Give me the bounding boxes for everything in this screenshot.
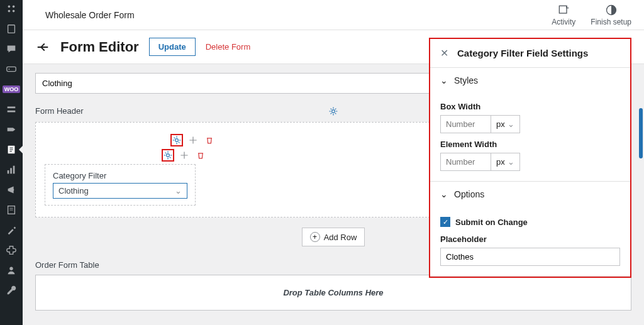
plus-circle-icon: + (310, 232, 320, 242)
svg-point-2 (8, 10, 11, 13)
chevron-down-icon: ⌄ (508, 157, 514, 167)
panel-title: Category Filter Field Settings (457, 48, 588, 58)
box-width-label: Box Width (440, 102, 620, 111)
marketing-icon[interactable] (5, 184, 18, 196)
box-width-unit-select[interactable]: px⌄ (491, 115, 520, 133)
svg-rect-4 (8, 25, 15, 33)
header-gear-icon[interactable] (328, 106, 338, 116)
svg-rect-8 (8, 111, 16, 113)
field-gear-icon[interactable] (162, 149, 174, 162)
activity-button[interactable]: Activity (552, 4, 575, 26)
page-title: Wholesale Order Form (45, 10, 552, 20)
column-gear-icon[interactable] (170, 134, 183, 146)
order-form-icon[interactable] (5, 143, 18, 156)
placeholder-input[interactable] (440, 248, 620, 266)
submit-on-change-checkbox[interactable]: ✓ (440, 217, 450, 227)
placeholder-label: Placeholder (440, 234, 620, 244)
editor-title: Form Editor (60, 39, 139, 55)
wp-admin-sidebar: WOO (0, 0, 23, 325)
users-icon[interactable] (5, 264, 18, 277)
delete-form-button[interactable]: Delete Form (206, 42, 251, 52)
chevron-down-icon: ⌄ (508, 119, 514, 129)
options-label: Options (454, 189, 484, 199)
element-width-label: Element Width (440, 140, 620, 149)
media-icon[interactable] (5, 63, 18, 75)
back-arrow-icon[interactable] (35, 40, 50, 55)
svg-point-6 (9, 69, 10, 70)
posts-icon[interactable] (5, 23, 18, 35)
pages-icon[interactable] (5, 204, 18, 216)
box-width-input[interactable] (440, 115, 491, 133)
scrollbar-handle[interactable] (639, 108, 643, 158)
svg-point-19 (175, 139, 179, 142)
products-icon[interactable] (5, 103, 18, 116)
tools-icon[interactable] (5, 284, 18, 297)
category-filter-field[interactable]: Category Filter Clothing ⌄ (45, 164, 196, 206)
svg-point-17 (332, 109, 335, 113)
field-move-icon[interactable] (178, 149, 191, 162)
comments-icon[interactable] (5, 43, 18, 55)
order-form-table-label: Order Form Table (35, 260, 99, 270)
analytics-icon[interactable] (5, 163, 18, 176)
svg-rect-10 (8, 170, 9, 174)
options-accordion[interactable]: ⌄ Options (430, 182, 630, 207)
appearance-icon[interactable] (5, 224, 18, 236)
dashboard-icon[interactable] (5, 3, 18, 15)
topbar: Wholesale Order Form Activity Finish set… (23, 0, 644, 30)
activity-label: Activity (552, 18, 575, 26)
element-width-unit-select[interactable]: px⌄ (491, 153, 520, 171)
chevron-down-icon: ⌄ (175, 186, 182, 196)
chevron-down-icon: ⌄ (440, 189, 448, 199)
table-drop-zone[interactable]: Drop Table Columns Here (35, 275, 631, 311)
field-settings-panel: ✕ Category Filter Field Settings ⌄ Style… (429, 38, 631, 278)
column-trash-icon[interactable] (203, 134, 216, 146)
svg-rect-11 (10, 168, 12, 174)
coupons-icon[interactable] (5, 123, 18, 136)
svg-point-20 (167, 154, 170, 157)
plugins-icon[interactable] (5, 244, 18, 256)
svg-rect-15 (560, 6, 567, 13)
field-label: Category Filter (53, 171, 187, 180)
svg-rect-12 (13, 166, 15, 174)
chevron-down-icon: ⌄ (440, 75, 448, 85)
svg-point-3 (13, 10, 15, 13)
svg-rect-5 (7, 67, 16, 71)
form-header-label: Form Header (35, 106, 84, 116)
category-select[interactable]: Clothing ⌄ (53, 183, 187, 199)
svg-rect-7 (8, 107, 16, 109)
svg-point-1 (13, 6, 15, 8)
close-icon[interactable]: ✕ (440, 48, 448, 58)
finish-setup-label: Finish setup (591, 18, 631, 26)
column-move-icon[interactable] (187, 134, 199, 146)
finish-setup-button[interactable]: Finish setup (591, 4, 631, 26)
styles-accordion[interactable]: ⌄ Styles (430, 68, 630, 93)
field-trash-icon[interactable] (194, 149, 207, 162)
styles-label: Styles (454, 75, 478, 85)
add-row-button[interactable]: + Add Row (302, 228, 365, 246)
category-select-value: Clothing (58, 186, 89, 196)
add-row-label: Add Row (324, 233, 357, 242)
submit-on-change-label: Submit on Change (455, 218, 528, 227)
element-width-input[interactable] (440, 153, 491, 171)
woocommerce-icon[interactable]: WOO (5, 83, 18, 96)
svg-point-0 (8, 6, 11, 8)
update-button[interactable]: Update (149, 38, 196, 56)
svg-point-14 (9, 267, 13, 270)
